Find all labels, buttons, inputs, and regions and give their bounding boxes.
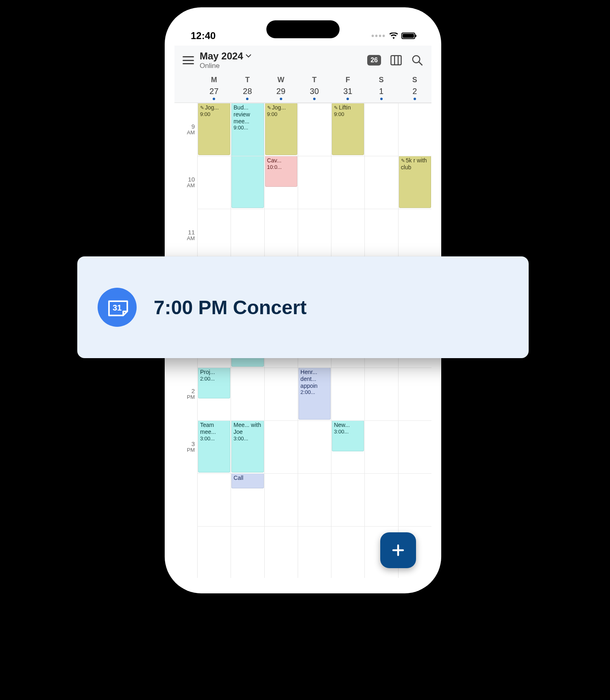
hour-label: 2PM <box>174 368 195 420</box>
event-label: Mee... with Joe <box>233 422 261 435</box>
search-icon[interactable] <box>411 54 423 66</box>
pencil-icon: ✎ <box>200 105 204 111</box>
calendar-event[interactable]: ✎Jog...9:00 <box>198 103 230 155</box>
calendar-event[interactable]: Bud... review mee...9:00... <box>231 103 264 208</box>
event-label: New... <box>334 422 350 428</box>
svg-text:31: 31 <box>113 303 122 312</box>
event-time: 3:00... <box>200 435 228 442</box>
notification-text: 7:00 PM Concert <box>154 296 307 319</box>
event-label: Cav... <box>267 157 282 164</box>
event-time: 9:00 <box>267 111 295 118</box>
calendar-event[interactable]: Henr... dent... appoin2:00... <box>298 368 331 420</box>
event-time: 2:00... <box>200 376 228 382</box>
phone-notch <box>266 20 340 38</box>
event-label: Henr... dent... appoin <box>301 369 318 389</box>
hour-line <box>197 368 431 368</box>
weekdate-cell[interactable]: 1 <box>364 87 398 100</box>
event-dot-icon <box>280 98 282 100</box>
week-bar: MTWTFSS 272829303112 <box>174 72 431 103</box>
event-time: 9:00 <box>334 111 362 118</box>
weekdate-number: 27 <box>209 87 218 96</box>
calendar-event[interactable]: Cav...10:0... <box>265 156 297 187</box>
weekday-label: S <box>364 76 398 84</box>
hour-label: 10AM <box>174 156 195 209</box>
today-button[interactable]: 26 <box>367 55 381 66</box>
hour-line <box>197 209 431 209</box>
pencil-icon: ✎ <box>267 105 271 111</box>
weekday-row: MTWTFSS <box>197 76 431 84</box>
view-columns-icon[interactable] <box>390 54 402 66</box>
calendar-event[interactable]: Mee... with Joe3:00... <box>231 420 264 472</box>
chevron-down-icon <box>246 54 251 58</box>
add-event-button[interactable] <box>380 532 416 568</box>
pencil-icon: ✎ <box>334 105 338 111</box>
pencil-icon: ✎ <box>401 158 405 164</box>
weekday-label: M <box>197 76 231 84</box>
month-label: May 2024 <box>200 50 243 62</box>
calendar-event[interactable]: ✎Liftin9:00 <box>332 103 364 155</box>
hour-label: 9AM <box>174 103 195 156</box>
month-picker[interactable]: May 2024 <box>200 50 362 62</box>
event-label: Call <box>233 475 243 481</box>
weekdate-cell[interactable]: 27 <box>197 87 231 100</box>
app-header: May 2024 Online 26 <box>174 46 431 72</box>
event-time: 3:00... <box>334 429 362 435</box>
wifi-icon <box>389 33 398 39</box>
event-dot-icon <box>246 98 248 100</box>
weekdate-cell[interactable]: 28 <box>231 87 264 100</box>
event-time: 9:00 <box>200 111 228 118</box>
menu-button[interactable] <box>183 56 194 64</box>
weekdate-cell[interactable]: 31 <box>331 87 364 100</box>
svg-point-3 <box>413 56 420 63</box>
calendar-event[interactable]: Proj...2:00... <box>198 368 230 398</box>
event-time: 3:00... <box>233 435 261 442</box>
status-indicators: •••• <box>371 31 415 41</box>
hour-line <box>197 526 431 527</box>
calendar-event[interactable]: Call <box>231 473 264 488</box>
weekdate-row: 272829303112 <box>197 87 431 100</box>
hour-line <box>197 156 431 156</box>
notification-card[interactable]: 31 7:00 PM Concert <box>77 256 529 358</box>
event-time: 2:00... <box>301 389 329 396</box>
hour-line <box>197 103 431 103</box>
event-dot-icon <box>313 98 316 100</box>
weekdate-cell[interactable]: 30 <box>298 87 331 100</box>
weekday-label: S <box>398 76 431 84</box>
event-label: Proj... <box>200 369 215 375</box>
event-dot-icon <box>380 98 383 100</box>
event-label: Jog... <box>205 104 219 111</box>
event-label: Jog... <box>272 104 286 111</box>
status-time: 12:40 <box>191 30 216 42</box>
weekday-label: W <box>264 76 298 84</box>
weekdate-number: 29 <box>277 87 285 96</box>
calendar-event[interactable]: New...3:00... <box>332 420 364 451</box>
svg-rect-0 <box>391 56 401 65</box>
event-dot-icon <box>346 98 349 100</box>
calendar-event[interactable]: Team mee...3:00... <box>198 420 230 472</box>
hour-line <box>197 473 431 474</box>
event-label: Liftin <box>339 104 351 111</box>
event-dot-icon <box>213 98 215 100</box>
calendar-app-icon: 31 <box>98 288 137 327</box>
svg-line-4 <box>419 62 423 66</box>
status-subtitle: Online <box>200 62 362 70</box>
hour-label: 3PM <box>174 420 195 473</box>
weekdate-number: 1 <box>379 87 383 96</box>
hour-line <box>197 420 431 421</box>
weekdate-cell[interactable]: 29 <box>264 87 298 100</box>
weekdate-number: 28 <box>243 87 252 96</box>
weekday-label: T <box>231 76 264 84</box>
event-label: Team mee... <box>200 422 216 435</box>
weekdate-number: 31 <box>343 87 352 96</box>
event-dot-icon <box>414 98 416 100</box>
weekday-label: T <box>298 76 331 84</box>
cellular-dots-icon: •••• <box>371 31 386 41</box>
calendar-event[interactable]: ✎Jog...9:00 <box>265 103 297 155</box>
hour-label: 11AM <box>174 209 195 262</box>
weekdate-number: 30 <box>310 87 319 96</box>
calendar-event[interactable]: ✎5k r with club <box>399 156 431 208</box>
event-label: Bud... review mee... <box>233 104 250 125</box>
plus-icon <box>391 543 405 558</box>
event-time: 10:0... <box>267 164 295 171</box>
weekdate-cell[interactable]: 2 <box>398 87 431 100</box>
